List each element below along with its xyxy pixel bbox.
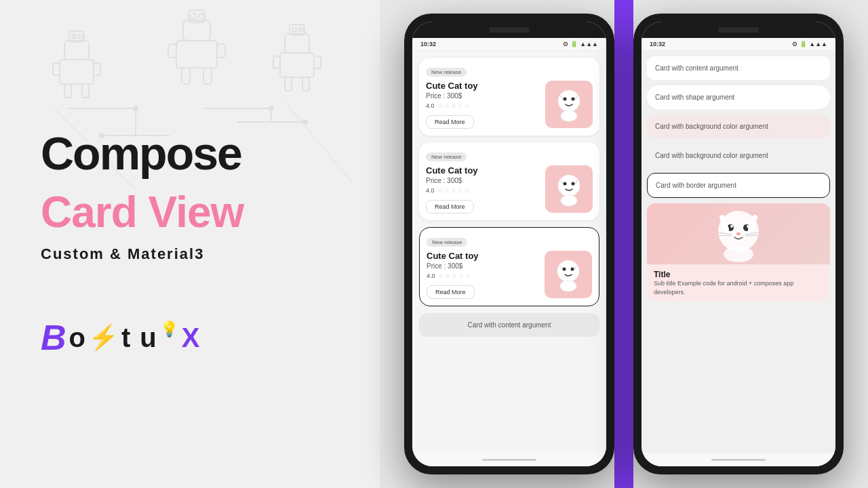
svg-rect-13 — [60, 60, 94, 84]
left-phone-notch — [412, 22, 606, 38]
svg-point-56 — [736, 232, 741, 235]
svg-rect-8 — [203, 68, 212, 84]
svg-point-3 — [199, 14, 204, 19]
product-card-2: New release Cute Cat toy Price : 300$ 4.… — [419, 142, 599, 220]
star-3: ☆ — [451, 102, 456, 109]
right-card-image-title: Title — [654, 270, 823, 279]
star-4: ☆ — [458, 102, 463, 109]
botux-logo: B o ⚡ t u 💡 X — [41, 317, 339, 358]
left-status-bar: 10:32 ⊙ 🔋 ▲▲▲ — [412, 38, 606, 51]
logo-o: o — [69, 323, 85, 353]
product-name-3: Cute Cat toy — [427, 251, 539, 261]
badge-2: New release — [426, 152, 467, 161]
right-card-pink-bg — [647, 203, 830, 264]
star-2: ☆ — [444, 102, 450, 109]
home-indicator-right — [711, 459, 766, 461]
left-content: Compose Card View Custom & Material3 B o… — [41, 130, 339, 358]
card-info-2: Cute Cat toy Price : 300$ 4.0 ☆ ☆ ☆ ☆ ☆ … — [426, 165, 540, 214]
price-1: Price : 300$ — [426, 92, 540, 100]
svg-rect-24 — [314, 56, 321, 68]
svg-rect-7 — [182, 68, 190, 84]
svg-point-21 — [299, 28, 303, 32]
product-name-1: Cute Cat toy — [426, 81, 540, 91]
left-phone-screen: 10:32 ⊙ 🔋 ▲▲▲ New release Cute Cat toy P… — [412, 22, 606, 466]
left-time: 10:32 — [420, 41, 436, 47]
card-view-title: Card View — [41, 187, 339, 237]
svg-rect-0 — [183, 20, 210, 41]
logo-x: X — [182, 323, 200, 353]
right-phone: 10:32 ⊙ 🔋 ▲▲▲ Card with content argument… — [633, 14, 844, 474]
svg-point-61 — [724, 246, 753, 262]
compose-title: Compose — [41, 130, 339, 176]
product-card-1: New release Cute Cat toy Price : 300$ 4.… — [419, 58, 599, 136]
read-more-btn-1[interactable]: Read More — [426, 115, 474, 129]
star-2-4: ☆ — [458, 187, 463, 194]
bulb-icon: 💡 — [160, 321, 178, 338]
svg-point-49 — [571, 267, 574, 270]
svg-point-11 — [72, 35, 76, 39]
right-time: 10:32 — [650, 41, 665, 47]
price-2: Price : 300$ — [426, 177, 540, 184]
read-more-btn-2[interactable]: Read More — [426, 200, 474, 214]
location-icon: ⊙ — [563, 41, 568, 47]
price-3: Price : 300$ — [427, 262, 539, 270]
svg-point-42 — [561, 110, 577, 121]
content-arg-card: Card with content argument — [419, 313, 599, 337]
card-info-3: Cute Cat toy Price : 300$ 4.0 ☆ ☆ ☆ ☆ ☆ … — [427, 251, 539, 299]
product-card-3: New release Cute Cat toy Price : 300$ 4.… — [419, 227, 599, 306]
svg-point-43 — [558, 175, 580, 197]
svg-point-39 — [558, 90, 580, 112]
svg-point-47 — [557, 260, 579, 282]
right-card-shape: Card with shape argument — [647, 85, 830, 109]
star-2-2: ☆ — [444, 187, 450, 194]
svg-point-32 — [269, 106, 273, 110]
badge-3: New release — [427, 238, 467, 247]
subtitle: Custom & Material3 — [41, 245, 339, 263]
home-indicator-left — [482, 459, 536, 461]
svg-rect-25 — [285, 77, 292, 91]
right-camera — [718, 27, 759, 33]
right-phone-notch — [642, 22, 835, 38]
right-card-content: Card with content argument — [647, 56, 830, 80]
right-card-image-subtitle: Sub title Example code for android + com… — [654, 279, 823, 296]
star-2-1: ☆ — [437, 187, 443, 194]
content-arg-text: Card with content argument — [468, 321, 551, 329]
lightning-icon: ⚡ — [88, 323, 119, 352]
star-3-2: ☆ — [445, 272, 450, 279]
right-card-pink-info: Title Sub title Example code for android… — [647, 264, 830, 302]
card-image-2 — [545, 165, 593, 213]
logo-u: u — [140, 323, 156, 353]
badge-1: New release — [426, 68, 467, 77]
star-3-1: ☆ — [438, 272, 443, 279]
stars-1: 4.0 ☆ ☆ ☆ ☆ ☆ — [426, 102, 540, 109]
read-more-btn-3[interactable]: Read More — [427, 285, 475, 299]
logo-t: t — [121, 323, 130, 353]
star-5: ☆ — [465, 102, 470, 109]
right-status-bar: 10:32 ⊙ 🔋 ▲▲▲ — [642, 38, 835, 51]
svg-rect-9 — [64, 41, 89, 60]
rating-num-3: 4.0 — [427, 272, 435, 279]
card-inner-3: Cute Cat toy Price : 300$ 4.0 ☆ ☆ ☆ ☆ ☆ … — [427, 251, 592, 299]
rating-num-2: 4.0 — [426, 187, 435, 194]
right-card-bg1: Card with background color argument — [647, 115, 830, 138]
right-phone-bottom — [642, 453, 835, 466]
svg-point-20 — [292, 28, 296, 32]
right-battery-icon: 🔋 — [800, 41, 807, 47]
svg-rect-22 — [280, 53, 314, 77]
card-image-1 — [545, 81, 593, 128]
right-card-shape-text: Card with shape argument — [655, 94, 734, 101]
star-2-3: ☆ — [451, 187, 456, 194]
purple-strip — [614, 0, 633, 488]
left-panel: Compose Card View Custom & Material3 B o… — [0, 0, 380, 488]
svg-point-48 — [563, 267, 566, 270]
svg-rect-17 — [82, 84, 89, 98]
left-phone: 10:32 ⊙ 🔋 ▲▲▲ New release Cute Cat toy P… — [404, 14, 614, 474]
card-inner-2: Cute Cat toy Price : 300$ 4.0 ☆ ☆ ☆ ☆ ☆ … — [426, 165, 593, 214]
star-3-3: ☆ — [452, 272, 457, 279]
product-name-2: Cute Cat toy — [426, 165, 540, 176]
left-status-icons: ⊙ 🔋 ▲▲▲ — [563, 41, 598, 47]
right-phone-screen: 10:32 ⊙ 🔋 ▲▲▲ Card with content argument… — [642, 22, 835, 466]
card-info-1: Cute Cat toy Price : 300$ 4.0 ☆ ☆ ☆ ☆ ☆ … — [426, 81, 540, 129]
right-card-image: Title Sub title Example code for android… — [647, 203, 830, 302]
camera — [489, 27, 530, 33]
